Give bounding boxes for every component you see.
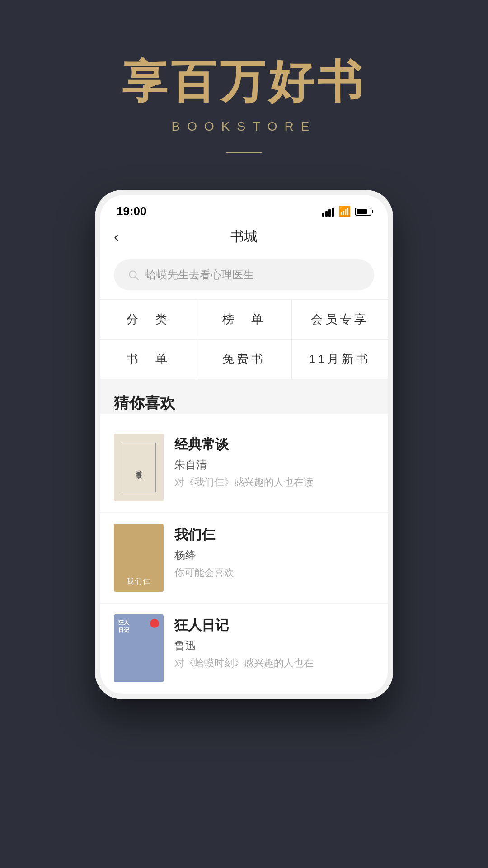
book-desc-2: 对《蛤蟆时刻》感兴趣的人也在: [174, 656, 374, 670]
back-button[interactable]: ‹: [114, 228, 119, 245]
book-title-2: 狂人日记: [174, 616, 374, 635]
hero-section: 享百万好书 BOOKSTORE: [0, 0, 488, 180]
book-cover-1: 我们仨: [114, 524, 164, 592]
content-section: 猜你喜欢: [100, 379, 388, 414]
book-info-0: 经典常谈 朱自清 对《我们仨》感兴趣的人也在读: [174, 434, 374, 490]
book-list: 经典常谈 经典常谈 朱自清 对《我们仨》感兴趣的人也在读 我们仨: [100, 423, 388, 693]
book-desc-1: 你可能会喜欢: [174, 566, 374, 580]
category-item-3[interactable]: 书 单: [100, 340, 196, 379]
signal-icon: [322, 207, 334, 217]
status-icons: 📶: [322, 206, 371, 217]
hero-subtitle: BOOKSTORE: [172, 119, 317, 134]
search-placeholder: 蛤蟆先生去看心理医生: [145, 268, 254, 282]
category-grid: 分 类 榜 单 会员专享 书 单 免费书 11月新书: [100, 299, 388, 379]
book-info-2: 狂人日记 鲁迅 对《蛤蟆时刻》感兴趣的人也在: [174, 614, 374, 670]
book-author-1: 杨绛: [174, 548, 374, 562]
status-time: 19:00: [117, 204, 147, 218]
book-item-0[interactable]: 经典常谈 经典常谈 朱自清 对《我们仨》感兴趣的人也在读: [100, 423, 388, 512]
category-item-4[interactable]: 免费书: [196, 340, 292, 379]
search-container: 蛤蟆先生去看心理医生: [100, 255, 388, 299]
book-item-1[interactable]: 我们仨 我们仨 杨绛 你可能会喜欢: [100, 513, 388, 603]
search-icon: [127, 269, 139, 281]
category-item-0[interactable]: 分 类: [100, 300, 196, 340]
wifi-icon: 📶: [338, 206, 351, 217]
hero-divider: [226, 152, 262, 153]
nav-title: 书城: [230, 227, 258, 246]
phone-mockup: 19:00 📶 ‹ 书城: [95, 190, 393, 699]
phone-frame: 19:00 📶 ‹ 书城: [95, 190, 393, 699]
book-cover-0: 经典常谈: [114, 434, 164, 501]
category-item-2[interactable]: 会员专享: [292, 300, 388, 340]
status-bar: 19:00 📶: [100, 195, 388, 223]
book-desc-0: 对《我们仨》感兴趣的人也在读: [174, 476, 374, 490]
hero-title: 享百万好书: [122, 54, 366, 108]
category-item-5[interactable]: 11月新书: [292, 340, 388, 379]
book-info-1: 我们仨 杨绛 你可能会喜欢: [174, 524, 374, 580]
book-cover-2: 狂人日记: [114, 614, 164, 682]
svg-line-1: [136, 277, 138, 280]
search-bar[interactable]: 蛤蟆先生去看心理医生: [114, 259, 374, 290]
category-item-1[interactable]: 榜 单: [196, 300, 292, 340]
book-author-2: 鲁迅: [174, 638, 374, 653]
book-item-2[interactable]: 狂人日记 狂人日记 鲁迅 对《蛤蟆时刻》感兴趣的人也在: [100, 604, 388, 693]
book-title-0: 经典常谈: [174, 435, 374, 454]
nav-bar: ‹ 书城: [100, 223, 388, 255]
book-author-0: 朱自清: [174, 458, 374, 472]
section-title: 猜你喜欢: [114, 393, 374, 414]
book-title-1: 我们仨: [174, 526, 374, 544]
battery-icon: [355, 208, 371, 216]
phone-screen: 19:00 📶 ‹ 书城: [100, 195, 388, 694]
